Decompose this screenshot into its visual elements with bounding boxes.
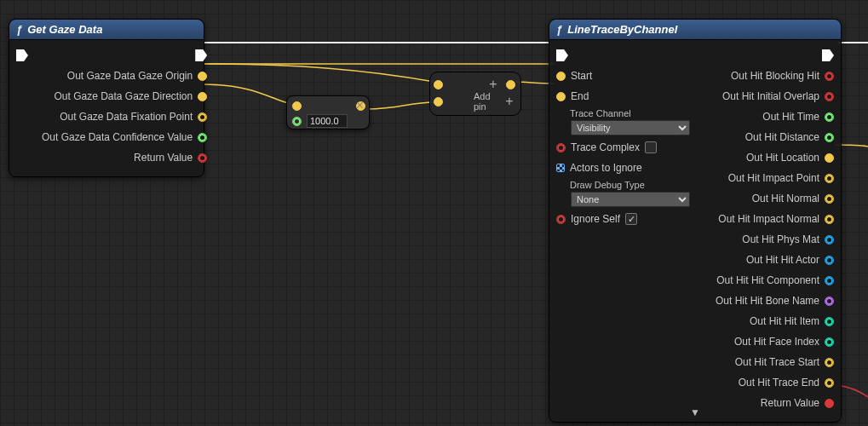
pin-out-trace-end: Out Hit Trace End bbox=[739, 377, 819, 389]
node-title: Get Gaze Data bbox=[27, 23, 102, 36]
label-start: Start bbox=[571, 70, 592, 82]
pin-out-impact-point: Out Hit Impact Point bbox=[728, 172, 819, 184]
pin-out-hit-item: Out Hit Hit Item bbox=[750, 315, 819, 327]
pin-in-end[interactable] bbox=[556, 92, 566, 101]
pin-dot[interactable] bbox=[825, 112, 834, 122]
label-actors-to-ignore: Actors to Ignore bbox=[570, 162, 642, 174]
pin-dot[interactable] bbox=[825, 399, 834, 408]
multiply-icon: × bbox=[356, 98, 364, 113]
pin-out-return: Return Value bbox=[761, 397, 819, 409]
pin-out-hit-component: Out Hit Hit Component bbox=[716, 274, 819, 286]
pin-out-hit-actor: Out Hit Hit Actor bbox=[746, 254, 819, 266]
pin-dot[interactable] bbox=[825, 215, 834, 224]
node-add[interactable]: + Add pin + bbox=[429, 72, 521, 116]
pin-dot[interactable] bbox=[825, 276, 834, 285]
exec-out-pin[interactable] bbox=[822, 49, 834, 61]
add-pin-label: Add pin bbox=[448, 91, 498, 112]
fn-icon: ƒ bbox=[556, 23, 562, 36]
pin-out-confidence: Out Gaze Data Confidence Value bbox=[42, 131, 193, 143]
pin-dot[interactable] bbox=[825, 174, 834, 183]
pin-out-trace-start: Out Hit Trace Start bbox=[735, 356, 819, 368]
pin-dot[interactable] bbox=[825, 358, 834, 367]
label-ignore-self: Ignore Self bbox=[571, 213, 620, 225]
exec-in-pin[interactable] bbox=[16, 49, 28, 61]
label-trace-complex: Trace Complex bbox=[571, 141, 640, 153]
trace-complex-checkbox[interactable] bbox=[645, 141, 657, 153]
pin-out-blocking-hit: Out Hit Blocking Hit bbox=[731, 70, 819, 82]
pin-in-start[interactable] bbox=[556, 72, 566, 81]
mult-in-float[interactable] bbox=[292, 117, 302, 126]
pin-out-location: Out Hit Location bbox=[746, 152, 819, 164]
pin-out-gaze-origin: Out Gaze Data Gaze Origin bbox=[67, 70, 193, 82]
pin-out-face-index: Out Hit Face Index bbox=[734, 336, 819, 348]
pin-out-phys-mat: Out Hit Phys Mat bbox=[742, 233, 819, 245]
node-get-gaze-data[interactable]: ƒ Get Gaze Data Out Gaze Data Gaze Origi… bbox=[9, 19, 204, 177]
pin-dot[interactable] bbox=[825, 235, 834, 245]
pin-dot[interactable] bbox=[198, 112, 207, 122]
pin-out-initial-overlap: Out Hit Initial Overlap bbox=[722, 90, 819, 102]
add-in-a[interactable] bbox=[434, 80, 443, 89]
pin-dot[interactable] bbox=[825, 378, 834, 388]
pin-dot[interactable] bbox=[825, 153, 834, 163]
exec-out-pin[interactable] bbox=[195, 49, 207, 61]
pin-out-gaze-direction: Out Gaze Data Gaze Direction bbox=[54, 90, 193, 102]
add-out[interactable] bbox=[506, 80, 515, 89]
pin-out-fixation: Out Gaze Data Fixation Point bbox=[60, 111, 193, 123]
pin-dot[interactable] bbox=[825, 133, 834, 142]
pin-dot[interactable] bbox=[825, 92, 834, 101]
exec-in-pin[interactable] bbox=[556, 49, 568, 61]
expand-arrow-icon[interactable]: ▼ bbox=[690, 406, 700, 418]
add-in-b[interactable] bbox=[434, 97, 443, 106]
pin-out-impact-normal: Out Hit Impact Normal bbox=[718, 213, 819, 225]
pin-in-trace-complex[interactable] bbox=[556, 143, 566, 153]
pin-out-return: Return Value bbox=[134, 152, 193, 164]
node-linetracebychannel[interactable]: ƒ LineTraceByChannel Start End Trace Cha… bbox=[549, 19, 842, 423]
trace-channel-select[interactable]: Visibility bbox=[571, 120, 690, 135]
pin-out-hit-bone-name: Out Hit Hit Bone Name bbox=[716, 295, 819, 307]
pin-dot[interactable] bbox=[825, 317, 834, 326]
pin-dot[interactable] bbox=[825, 337, 834, 347]
draw-debug-select[interactable]: None bbox=[571, 192, 690, 207]
mult-float-input[interactable] bbox=[307, 114, 348, 128]
ignore-self-checkbox[interactable] bbox=[625, 213, 637, 225]
fn-icon: ƒ bbox=[16, 23, 22, 36]
pin-in-ignore-self[interactable] bbox=[556, 215, 566, 224]
node-header[interactable]: ƒ LineTraceByChannel bbox=[549, 20, 841, 40]
label-draw-debug: Draw Debug Type bbox=[556, 180, 645, 190]
pin-dot[interactable] bbox=[198, 153, 207, 163]
pin-dot[interactable] bbox=[198, 72, 207, 81]
pin-dot[interactable] bbox=[825, 256, 834, 265]
label-end: End bbox=[571, 90, 589, 102]
pin-dot[interactable] bbox=[825, 296, 834, 306]
pin-dot[interactable] bbox=[198, 92, 207, 101]
add-pin-button[interactable]: + bbox=[503, 94, 515, 109]
pin-dot[interactable] bbox=[825, 194, 834, 204]
pin-out-normal: Out Hit Normal bbox=[752, 193, 819, 204]
node-multiply[interactable]: × bbox=[286, 95, 370, 130]
pin-out-time: Out Hit Time bbox=[762, 111, 819, 123]
pin-dot[interactable] bbox=[198, 133, 207, 142]
pin-in-actors-to-ignore[interactable] bbox=[556, 164, 565, 172]
node-title: LineTraceByChannel bbox=[567, 23, 677, 36]
plus-icon: + bbox=[486, 77, 501, 92]
label-trace-channel: Trace Channel bbox=[556, 108, 631, 118]
mult-in-vector[interactable] bbox=[292, 101, 302, 111]
pin-dot[interactable] bbox=[825, 72, 834, 81]
pin-out-distance: Out Hit Distance bbox=[745, 131, 819, 143]
node-header[interactable]: ƒ Get Gaze Data bbox=[9, 20, 204, 40]
